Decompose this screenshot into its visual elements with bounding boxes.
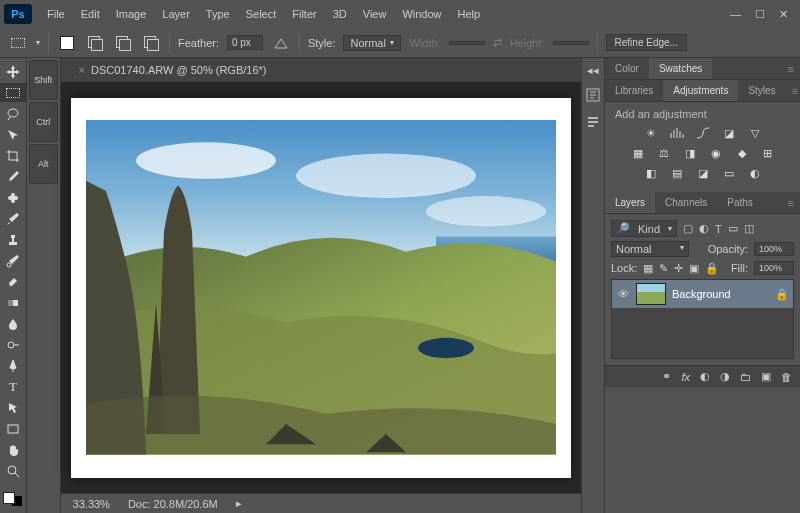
filter-adjust-icon[interactable]: ◐ [699,222,709,235]
healing-tool[interactable] [0,188,26,207]
chevron-down-icon[interactable]: ▾ [36,38,40,47]
threshold-icon[interactable]: ◪ [694,166,712,180]
properties-panel-icon[interactable] [585,113,601,129]
panel-menu-icon[interactable]: ≡ [782,197,800,209]
minimize-icon[interactable]: ― [730,8,741,21]
refine-edge-button[interactable]: Refine Edge... [606,34,687,51]
filter-pixel-icon[interactable]: ▢ [683,222,693,235]
menu-view[interactable]: View [356,4,394,24]
exposure-icon[interactable]: ◪ [720,126,738,140]
tab-paths[interactable]: Paths [717,192,763,213]
tab-adjustments[interactable]: Adjustments [663,80,738,101]
opacity-input[interactable]: 100% [754,242,794,256]
gradient-tool[interactable] [0,293,26,312]
ctrl-key[interactable]: Ctrl [29,102,58,142]
color-swatch[interactable] [3,492,23,507]
menu-select[interactable]: Select [239,4,284,24]
move-tool[interactable] [0,62,26,81]
layer-name[interactable]: Background [672,288,731,300]
hand-tool[interactable] [0,440,26,459]
menu-help[interactable]: Help [451,4,488,24]
delete-layer-icon[interactable]: 🗑 [781,371,792,383]
filter-type-icon[interactable]: T [715,223,722,235]
menu-window[interactable]: Window [395,4,448,24]
layer-fx-icon[interactable]: fx [681,371,690,383]
posterize-icon[interactable]: ▤ [668,166,686,180]
menu-layer[interactable]: Layer [155,4,197,24]
blend-mode-select[interactable]: Normal▾ [611,241,689,257]
subtract-selection-icon[interactable] [113,33,133,53]
filter-smart-icon[interactable]: ◫ [744,222,754,235]
brush-tool[interactable] [0,209,26,228]
color-lookup-icon[interactable]: ⊞ [759,146,777,160]
color-balance-icon[interactable]: ⚖ [655,146,673,160]
stamp-tool[interactable] [0,230,26,249]
new-layer-icon[interactable]: ▣ [761,370,771,383]
selective-color-icon[interactable]: ◐ [746,166,764,180]
zoom-level[interactable]: 33.33% [73,498,110,510]
eraser-tool[interactable] [0,272,26,291]
tab-swatches[interactable]: Swatches [649,58,712,79]
menu-image[interactable]: Image [109,4,154,24]
channel-mixer-icon[interactable]: ◆ [733,146,751,160]
tool-preset-icon[interactable] [8,33,28,53]
levels-icon[interactable] [668,126,686,140]
lock-all-icon[interactable]: 🔒 [705,262,719,275]
tab-libraries[interactable]: Libraries [605,80,663,101]
blur-tool[interactable] [0,314,26,333]
feather-input[interactable]: 0 px [227,35,263,50]
new-group-icon[interactable]: 🗀 [740,371,751,383]
tab-styles[interactable]: Styles [738,80,785,101]
crop-tool[interactable] [0,146,26,165]
add-selection-icon[interactable] [85,33,105,53]
quick-select-tool[interactable] [0,125,26,144]
history-panel-icon[interactable] [585,87,601,103]
path-select-tool[interactable] [0,398,26,417]
menu-filter[interactable]: Filter [285,4,323,24]
filter-kind-select[interactable]: 🔎Kind▾ [611,220,677,237]
zoom-tool[interactable] [0,461,26,480]
document-tab[interactable]: DSC01740.ARW @ 50% (RGB/16*) [91,64,266,76]
shift-key[interactable]: Shift [29,60,58,100]
eyedropper-tool[interactable] [0,167,26,186]
lock-pixels-icon[interactable]: ✎ [659,262,668,275]
photo-filter-icon[interactable]: ◉ [707,146,725,160]
filter-shape-icon[interactable]: ▭ [728,222,738,235]
doc-info[interactable]: Doc: 20.8M/20.6M [128,498,218,510]
hue-icon[interactable]: ▦ [629,146,647,160]
lock-transparent-icon[interactable]: ▦ [643,262,653,275]
visibility-icon[interactable]: 👁 [616,288,630,300]
fill-input[interactable]: 100% [754,261,794,275]
antialias-icon[interactable] [271,33,291,53]
shape-tool[interactable] [0,419,26,438]
marquee-tool[interactable] [0,83,26,102]
link-layers-icon[interactable]: ⚭ [662,370,671,383]
menu-file[interactable]: File [40,4,72,24]
dodge-tool[interactable] [0,335,26,354]
alt-key[interactable]: Alt [29,144,58,184]
vibrance-icon[interactable]: ▽ [746,126,764,140]
menu-3d[interactable]: 3D [326,4,354,24]
panel-expand-icon[interactable]: ◂◂ [587,64,599,77]
tab-layers[interactable]: Layers [605,192,655,213]
layer-row[interactable]: 👁 Background 🔒 [612,280,793,308]
bw-icon[interactable]: ◨ [681,146,699,160]
gradient-map-icon[interactable]: ▭ [720,166,738,180]
tab-color[interactable]: Color [605,58,649,79]
tab-close-icon[interactable]: × [79,64,85,76]
maximize-icon[interactable]: ☐ [755,8,765,21]
lock-position-icon[interactable]: ✛ [674,262,683,275]
layer-mask-icon[interactable]: ◐ [700,370,710,383]
menu-edit[interactable]: Edit [74,4,107,24]
lock-artboard-icon[interactable]: ▣ [689,262,699,275]
new-selection-icon[interactable] [57,33,77,53]
close-icon[interactable]: ✕ [779,8,788,21]
panel-menu-icon[interactable]: ≡ [782,63,800,75]
status-arrow-icon[interactable]: ▸ [236,497,242,510]
lasso-tool[interactable] [0,104,26,123]
brightness-icon[interactable]: ☀ [642,126,660,140]
new-adjustment-icon[interactable]: ◑ [720,370,730,383]
pen-tool[interactable] [0,356,26,375]
curves-icon[interactable] [694,126,712,140]
tab-channels[interactable]: Channels [655,192,717,213]
